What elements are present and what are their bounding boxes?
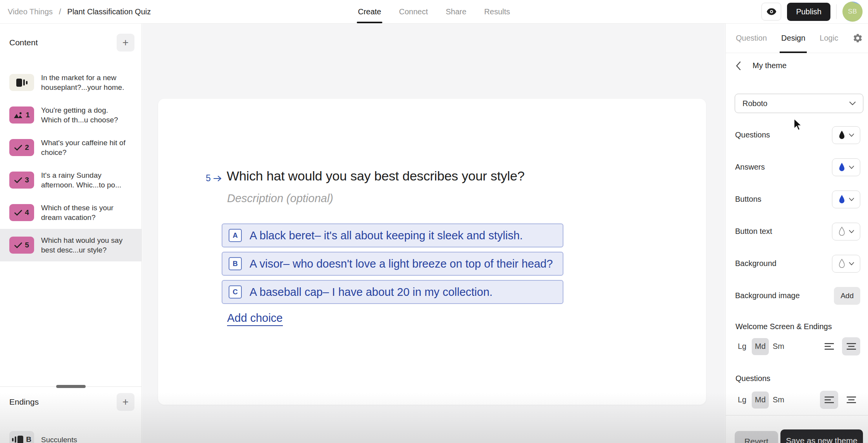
panel-resize-handle[interactable]: [56, 385, 86, 388]
add-choice-link[interactable]: Add choice: [227, 312, 283, 326]
answers-color-picker[interactable]: [832, 158, 860, 176]
background-color-picker[interactable]: [832, 255, 860, 273]
content-header-title: Content: [9, 38, 38, 47]
alignment-group: [820, 337, 860, 355]
size-lg-button[interactable]: Lg: [734, 391, 751, 409]
droplet-icon: [838, 227, 846, 236]
welcome-screen-badge: [9, 74, 34, 91]
add-content-button[interactable]: +: [117, 34, 134, 52]
content-item-4[interactable]: 4 Which of these is your dream vacation?: [0, 196, 141, 229]
question-badge: 3: [9, 172, 34, 189]
choice-text: A visor– who doesn't love a light breeze…: [250, 258, 553, 270]
align-center-button[interactable]: [842, 391, 860, 409]
choice-list: A A black beret– it's all about keeping …: [222, 223, 563, 308]
content-item-label: What's your caffeine hit of choice?: [41, 138, 130, 157]
check-icon: [14, 242, 22, 248]
color-row-label: Questions: [735, 130, 770, 139]
choice-text: A baseball cap– I have about 20 in my co…: [250, 286, 493, 299]
tab-create[interactable]: Create: [358, 0, 381, 23]
question-number: 2: [25, 143, 29, 152]
content-item-list: In the market for a new houseplant?...yo…: [0, 66, 141, 261]
background-image-label: Background image: [735, 291, 800, 300]
breadcrumb-workspace-link[interactable]: Video Things: [8, 7, 53, 16]
avatar[interactable]: SB: [842, 2, 863, 22]
eye-icon: [766, 8, 777, 15]
content-item-2[interactable]: 2 What's your caffeine hit of choice?: [0, 131, 141, 164]
choice-key-badge: B: [229, 257, 242, 270]
settings-gear-icon[interactable]: [852, 33, 863, 43]
ending-badge: B: [9, 431, 34, 443]
back-chevron-icon[interactable]: [736, 62, 741, 70]
content-item-3[interactable]: 3 It's a rainy Sunday afternoon. Whic...…: [0, 164, 141, 196]
background-image-row: Background image Add: [735, 280, 860, 312]
content-item-welcome[interactable]: In the market for a new houseplant?...yo…: [0, 66, 141, 99]
align-center-icon: [847, 343, 856, 350]
align-left-button[interactable]: [820, 337, 838, 355]
color-row-background: Background: [735, 247, 860, 280]
question-description-input[interactable]: Description (optional): [227, 192, 333, 205]
tab-design[interactable]: Design: [781, 24, 805, 53]
publish-button[interactable]: Publish: [787, 3, 830, 21]
tab-question[interactable]: Question: [736, 24, 767, 53]
preview-button[interactable]: [761, 3, 781, 21]
tab-logic[interactable]: Logic: [820, 24, 838, 53]
choice-option-b[interactable]: B A visor– who doesn't love a light bree…: [222, 252, 563, 276]
tab-share[interactable]: Share: [446, 0, 466, 23]
ending-item-succulents[interactable]: B Succulents: [9, 431, 130, 443]
question-badge: 4: [9, 204, 34, 221]
size-sm-button[interactable]: Sm: [770, 338, 787, 355]
panel-footer-divider: [726, 415, 868, 416]
form-canvas: 5 Which hat would you say best describes…: [142, 24, 725, 443]
button-text-color-picker[interactable]: [832, 223, 860, 240]
breadcrumb-form-title[interactable]: Plant Classification Quiz: [67, 7, 151, 16]
save-as-new-theme-button[interactable]: Save as new theme: [780, 429, 863, 443]
droplet-icon: [838, 130, 846, 140]
add-background-image-button[interactable]: Add: [834, 287, 860, 305]
size-md-button[interactable]: Md: [752, 338, 769, 355]
topbar-actions: Publish SB: [761, 0, 863, 23]
tab-results[interactable]: Results: [484, 0, 510, 23]
question-badge: 5: [9, 237, 34, 254]
chevron-down-icon: [849, 262, 854, 265]
buttons-color-picker[interactable]: [832, 191, 860, 208]
choice-option-a[interactable]: A A black beret– it's all about keeping …: [222, 223, 563, 247]
arrow-right-icon: [214, 175, 222, 182]
align-left-button[interactable]: [820, 391, 838, 409]
questions-color-picker[interactable]: [832, 126, 860, 144]
breadcrumb: Video Things / Plant Classification Quiz: [8, 0, 151, 23]
size-md-button[interactable]: Md: [752, 391, 769, 409]
content-sidebar: Content + In the market for a new housep…: [0, 24, 142, 443]
choice-key-badge: C: [229, 285, 242, 299]
color-row-button-text: Button text: [735, 215, 860, 247]
choice-key-badge: A: [229, 229, 242, 242]
questions-section-heading: Questions: [735, 374, 770, 383]
font-family-select[interactable]: Roboto: [735, 94, 863, 113]
size-lg-button[interactable]: Lg: [734, 338, 751, 355]
main-nav-tabs: Create Connect Share Results: [358, 0, 510, 23]
chevron-down-icon: [849, 198, 854, 201]
content-item-1[interactable]: 1 You're getting a dog. Which of th...u …: [0, 99, 141, 131]
size-sm-button[interactable]: Sm: [770, 391, 787, 409]
question-number: 5: [25, 241, 29, 249]
choice-option-c[interactable]: C A baseball cap– I have about 20 in my …: [222, 280, 563, 304]
revert-button[interactable]: Revert: [735, 431, 778, 443]
question-title-input[interactable]: Which hat would you say best describes y…: [227, 168, 525, 184]
content-item-label: You're getting a dog. Which of th...u ch…: [41, 105, 130, 125]
theme-color-rows: Questions Answers Buttons: [735, 119, 860, 312]
chevron-down-icon: [849, 230, 854, 233]
content-item-label: Which hat would you say best desc...ur s…: [41, 235, 130, 255]
align-center-icon: [847, 396, 856, 404]
question-number-label: 5: [206, 173, 211, 184]
welcome-endings-size-row: Lg Md Sm: [734, 337, 860, 355]
align-center-button[interactable]: [842, 337, 860, 355]
color-row-label: Background: [735, 259, 777, 268]
breadcrumb-separator: /: [59, 7, 61, 16]
endings-section: Endings + B Succulents: [0, 386, 141, 443]
add-ending-button[interactable]: +: [117, 393, 134, 411]
check-icon: [14, 177, 22, 183]
top-bar: Video Things / Plant Classification Quiz…: [0, 0, 868, 24]
tab-connect[interactable]: Connect: [399, 0, 428, 23]
endings-header: Endings +: [9, 393, 134, 411]
font-family-value: Roboto: [742, 99, 768, 108]
content-item-5-selected[interactable]: 5 Which hat would you say best desc...ur…: [0, 229, 141, 261]
